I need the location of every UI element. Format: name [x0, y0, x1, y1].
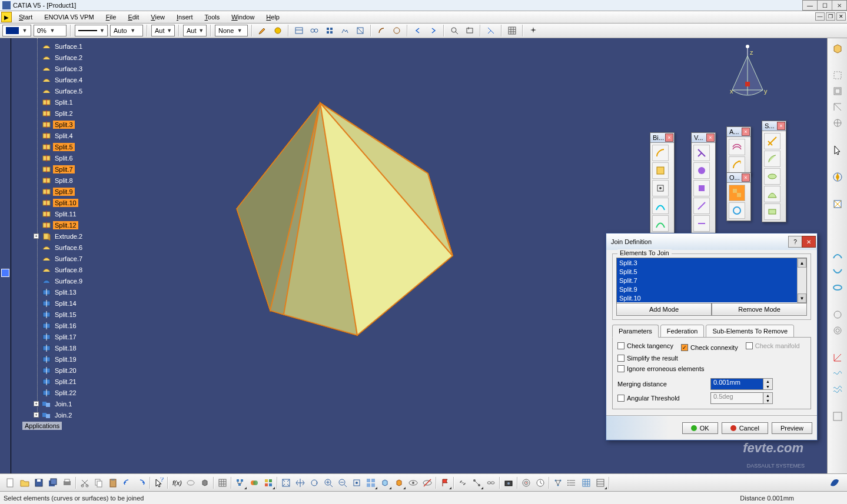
palette-s-btn3[interactable]	[764, 168, 780, 185]
camera-icon[interactable]	[501, 476, 516, 490]
list-item[interactable]: Split.5	[617, 267, 806, 276]
link-icon[interactable]	[456, 476, 470, 490]
expand-icon[interactable]: +	[34, 401, 39, 406]
toolbar-btn-a[interactable]	[293, 24, 305, 37]
close-icon[interactable]: ×	[706, 133, 715, 142]
palette-s-btn4[interactable]	[764, 186, 780, 202]
check-tangency[interactable]: Check tangency	[617, 342, 673, 349]
chain-icon[interactable]	[484, 476, 498, 490]
tree-item[interactable]: Split.5	[11, 141, 147, 152]
palette-v-btn4[interactable]	[693, 198, 710, 214]
undo-icon[interactable]	[411, 24, 424, 37]
tree-item[interactable]: Surface.6	[11, 242, 147, 253]
rs-btn-circle[interactable]	[830, 307, 845, 322]
palette-bi-btn3[interactable]	[652, 180, 669, 196]
grid-icon[interactable]	[506, 24, 519, 37]
mdi-restore[interactable]: ❐	[826, 12, 835, 21]
new-icon[interactable]	[4, 476, 18, 490]
cube-icon[interactable]	[830, 41, 845, 56]
structure-icon[interactable]	[551, 476, 565, 490]
paint-icon[interactable]	[271, 24, 284, 37]
rs-btn-axis[interactable]	[830, 350, 845, 365]
list-item[interactable]: Split.7	[617, 276, 806, 285]
zoom-out-icon[interactable]	[336, 476, 350, 490]
dialog-help-button[interactable]: ?	[788, 236, 802, 248]
paste-icon[interactable]	[106, 476, 120, 490]
undo-icon[interactable]	[120, 476, 134, 490]
tree-item[interactable]: Surface.7	[11, 253, 147, 264]
palette-bi-btn2[interactable]	[652, 162, 669, 179]
flag-icon[interactable]	[438, 476, 452, 490]
multi-view-icon[interactable]	[364, 476, 378, 490]
hide-show-icon[interactable]	[406, 476, 420, 490]
tree-item[interactable]: Split.3	[11, 119, 147, 130]
save-icon[interactable]	[32, 476, 46, 490]
boolean-icon[interactable]	[247, 476, 261, 490]
tree-item[interactable]: Surface.8	[11, 264, 147, 275]
check-ignore[interactable]: Ignore erroneous elements	[617, 365, 704, 372]
tree-item[interactable]: Split.19	[11, 353, 147, 365]
tree-item[interactable]: Surface.3	[11, 63, 147, 74]
rs-btn-wave1[interactable]	[830, 366, 845, 381]
menu-view[interactable]: View	[145, 11, 171, 23]
close-icon[interactable]: ×	[777, 122, 785, 130]
tree-item[interactable]: Split.16	[11, 320, 147, 331]
target-icon[interactable]	[519, 476, 533, 490]
body-icon[interactable]	[198, 476, 212, 490]
add-mode-button[interactable]: Add Mode	[616, 303, 712, 316]
tab-federation[interactable]: Federation	[660, 325, 705, 338]
tree-item[interactable]: Split.4	[11, 130, 147, 141]
compass-tool-icon[interactable]	[830, 169, 845, 185]
search-icon[interactable]	[448, 24, 461, 37]
preview-button[interactable]: Preview	[772, 422, 812, 434]
grid-icon[interactable]	[215, 476, 230, 490]
pan-icon[interactable]	[293, 476, 307, 490]
palette-v-btn2[interactable]	[693, 162, 710, 179]
start-icon[interactable]: ▶	[1, 12, 12, 22]
palette-s-btn2[interactable]	[764, 151, 780, 167]
point-dropdown[interactable]: Aut▼	[151, 25, 175, 36]
check-angular-threshold[interactable]: Angular Threshold	[617, 395, 706, 402]
check-connexity[interactable]: ✓Check connexity	[681, 344, 738, 351]
menu-start[interactable]: Start	[13, 11, 38, 23]
tree-item[interactable]: Split.8	[11, 175, 147, 186]
toolbar-btn-e[interactable]	[354, 24, 367, 37]
tab-subelements[interactable]: Sub-Elements To Remove	[706, 325, 794, 338]
tree-item[interactable]: +Join.1	[11, 398, 147, 409]
tab-parameters[interactable]: Parameters	[612, 325, 659, 338]
remove-mode-button[interactable]: Remove Mode	[712, 303, 807, 316]
connect-icon[interactable]	[470, 476, 484, 490]
join-button[interactable]	[729, 185, 745, 201]
expand-icon[interactable]: +	[34, 412, 39, 418]
rs-btn-end[interactable]	[830, 409, 845, 424]
palette-s[interactable]: S...×	[762, 121, 786, 222]
open-icon[interactable]	[18, 476, 32, 490]
lineweight-dropdown[interactable]: Auto▼	[110, 25, 143, 36]
rs-btn-circle2[interactable]	[830, 323, 845, 338]
menu-tools[interactable]: Tools	[199, 11, 226, 23]
rs-btn-2[interactable]	[830, 68, 845, 83]
tree-item[interactable]: Split.14	[11, 298, 147, 309]
tree-item[interactable]: Surface.2	[11, 52, 147, 63]
linestyle-dropdown[interactable]: ▼	[75, 25, 108, 36]
menu-file[interactable]: File	[100, 11, 122, 23]
maximize-button[interactable]: ☐	[817, 0, 832, 11]
tree-item[interactable]: Split.13	[11, 286, 147, 298]
close-icon[interactable]: ×	[742, 173, 750, 182]
palette-v-btn5[interactable]	[693, 215, 710, 232]
fx-icon[interactable]: f(x)	[170, 476, 184, 490]
assembly-icon[interactable]	[261, 476, 275, 490]
normal-view-icon[interactable]	[350, 476, 364, 490]
tree-item[interactable]: Split.15	[11, 309, 147, 320]
menu-help[interactable]: Help	[260, 11, 285, 23]
toolbar-btn-g[interactable]	[390, 24, 403, 37]
tree-item[interactable]: +Join.2	[11, 409, 147, 420]
tree-item[interactable]: Split.17	[11, 331, 147, 342]
palette-bi[interactable]: Bi...×	[650, 132, 675, 234]
copy-icon[interactable]	[92, 476, 106, 490]
rs-btn-3[interactable]	[830, 84, 845, 99]
tree-item[interactable]: Split.12	[11, 219, 147, 231]
layer-dropdown[interactable]: None▼	[215, 25, 248, 36]
close-icon[interactable]: ×	[665, 133, 673, 142]
applications-node[interactable]: Applications	[22, 422, 62, 430]
